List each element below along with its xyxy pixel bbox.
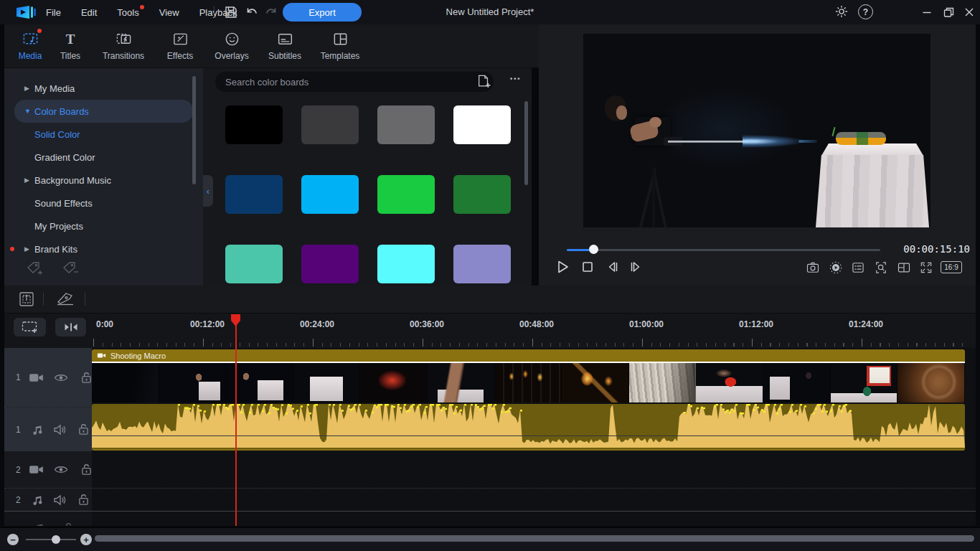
ruler-label: 00:24:00 xyxy=(300,319,334,329)
title-bar: File Edit Tools View Playback Export New… xyxy=(0,0,980,24)
scene-bottle xyxy=(836,132,886,145)
restore-icon[interactable] xyxy=(942,6,955,19)
color-swatch-teal[interactable] xyxy=(225,245,283,283)
zoom-out-button[interactable] xyxy=(7,534,19,545)
more-options-icon[interactable] xyxy=(510,72,526,88)
color-swatch-gray[interactable] xyxy=(377,105,435,144)
scene-muzzle-glow xyxy=(743,135,804,148)
menu-view[interactable]: View xyxy=(159,7,179,18)
partial-track-row xyxy=(4,512,976,526)
export-button[interactable]: Export xyxy=(283,3,362,22)
sidebar-item-background-music[interactable]: ▶ Background Music xyxy=(4,169,203,192)
scene-table-top xyxy=(821,143,923,156)
settings-gear-icon[interactable] xyxy=(834,4,849,19)
snapshot-camera-icon[interactable] xyxy=(806,260,820,275)
add-tag-icon[interactable] xyxy=(26,260,43,276)
lock-icon xyxy=(63,522,74,527)
timeline-range-tool-icon[interactable] xyxy=(17,290,36,309)
help-icon[interactable] xyxy=(858,4,873,19)
markers-list-icon[interactable] xyxy=(851,260,865,275)
audio-waveform xyxy=(92,404,965,448)
sidebar-item-my-projects[interactable]: ▶ My Projects xyxy=(4,215,203,237)
clip-videocam-icon xyxy=(97,352,106,359)
aspect-ratio-badge[interactable]: 16:9 xyxy=(941,261,962,273)
video-clip-shooting-macro[interactable]: Shooting Macro xyxy=(92,349,965,402)
minimize-icon[interactable] xyxy=(920,6,933,19)
timeline-toolbar xyxy=(4,286,976,314)
tab-titles[interactable]: Titles xyxy=(49,24,92,67)
zoom-in-button[interactable] xyxy=(80,534,92,545)
color-swatch-green[interactable] xyxy=(377,175,435,214)
project-title: New Untitled Project* xyxy=(446,6,534,17)
razor-split-icon[interactable] xyxy=(55,290,76,309)
ruler-ticks xyxy=(92,339,969,347)
color-swatch-dark-green[interactable] xyxy=(453,175,511,214)
search-input[interactable] xyxy=(215,72,494,92)
ruler-label: 00:36:00 xyxy=(410,319,444,329)
sidebar-item-brand-kits[interactable]: ▶ Brand Kits xyxy=(4,237,203,260)
timeline-zoom-handle[interactable] xyxy=(52,535,60,544)
seek-handle[interactable] xyxy=(589,245,598,254)
sidebar-scrollbar[interactable] xyxy=(192,76,196,184)
previous-frame-button[interactable] xyxy=(605,259,621,275)
next-frame-button[interactable] xyxy=(628,259,644,275)
color-swatch-dark-gray[interactable] xyxy=(301,105,359,144)
timeline-bottom-bar xyxy=(0,527,980,551)
tab-templates[interactable]: Templates xyxy=(311,24,369,67)
play-button[interactable] xyxy=(555,259,570,275)
redo-icon[interactable] xyxy=(264,5,278,19)
import-file-icon[interactable] xyxy=(476,74,491,88)
sidebar-item-sound-effects[interactable]: ▶ Sound Effects xyxy=(4,192,203,215)
tab-subtitles[interactable]: Subtitles xyxy=(258,24,311,67)
seek-bar[interactable] xyxy=(567,249,880,251)
collapse-panel-chevron[interactable] xyxy=(203,175,213,207)
timeline-horizontal-scrollbar[interactable] xyxy=(95,535,974,542)
timeline-zoom-slider[interactable] xyxy=(26,539,76,540)
lock-icon[interactable] xyxy=(78,423,89,435)
lock-icon[interactable] xyxy=(81,463,92,476)
audio-clip-shooting-macro[interactable] xyxy=(92,404,965,451)
speaker-icon[interactable] xyxy=(53,494,67,506)
video-viewport[interactable] xyxy=(583,34,930,227)
menu-edit[interactable]: Edit xyxy=(81,7,97,18)
split-screen-icon[interactable] xyxy=(897,260,911,275)
clip-volume-line[interactable] xyxy=(92,435,965,436)
sidebar-item-gradient-color[interactable]: Gradient Color xyxy=(4,146,203,169)
speaker-icon[interactable] xyxy=(53,424,67,435)
color-swatch-white[interactable] xyxy=(453,105,511,144)
tab-transitions[interactable]: Transitions xyxy=(92,24,155,67)
menu-tools[interactable]: Tools xyxy=(117,7,138,18)
undo-icon[interactable] xyxy=(245,5,259,19)
preview-zoom-icon[interactable] xyxy=(874,260,888,275)
tab-media[interactable]: Media xyxy=(11,24,49,67)
sidebar-item-color-boards[interactable]: ▼ Color Boards xyxy=(14,100,193,123)
eye-visibility-icon[interactable] xyxy=(54,373,68,382)
render-preview-icon[interactable] xyxy=(829,260,843,275)
lock-icon[interactable] xyxy=(78,494,89,506)
color-swatch-azure[interactable] xyxy=(301,175,359,214)
sidebar-item-solid-color[interactable]: Solid Color xyxy=(4,123,203,146)
lock-icon[interactable] xyxy=(81,372,92,384)
fullscreen-icon[interactable] xyxy=(919,260,933,275)
menu-file[interactable]: File xyxy=(46,7,61,18)
snapping-button[interactable] xyxy=(55,318,86,336)
swatch-scrollbar[interactable] xyxy=(524,101,528,185)
color-swatch-black[interactable] xyxy=(225,105,283,144)
video-track-2[interactable]: 2 xyxy=(4,451,976,488)
color-swatch-cyan[interactable] xyxy=(377,245,435,283)
tab-overlays[interactable]: Overlays xyxy=(205,24,258,67)
track-number: 2 xyxy=(16,495,24,505)
eye-visibility-icon[interactable] xyxy=(54,465,68,474)
close-icon[interactable] xyxy=(963,6,976,19)
stop-button[interactable] xyxy=(580,259,595,275)
color-swatch-purple[interactable] xyxy=(301,245,359,283)
color-swatch-navy[interactable] xyxy=(225,175,283,214)
tab-effects[interactable]: Effects xyxy=(155,24,205,67)
color-swatch-lavender[interactable] xyxy=(453,245,511,283)
audio-track-2[interactable]: 2 xyxy=(4,489,976,511)
sidebar-item-my-media[interactable]: ▶ My Media xyxy=(4,77,203,100)
add-placeholder-button[interactable] xyxy=(14,318,46,336)
timeline-ruler[interactable]: 0:00 00:12:00 00:24:00 00:36:00 00:48:00… xyxy=(4,314,976,348)
save-icon[interactable] xyxy=(224,5,238,19)
remove-tag-icon[interactable] xyxy=(62,260,79,276)
